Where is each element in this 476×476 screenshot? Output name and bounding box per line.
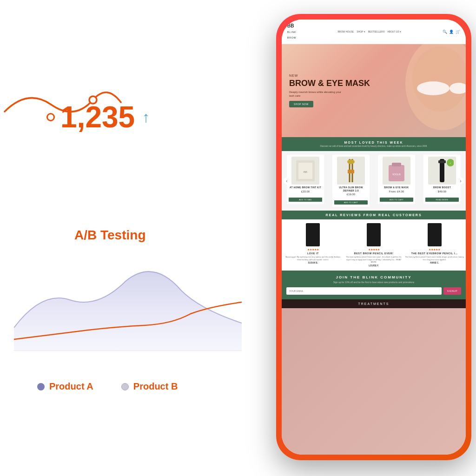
svg-text:✓: ✓ [450,162,451,165]
review-product-img-2 [367,223,381,246]
hero-banner: NEW BROW & EYE MASK Deeply nourish brows… [282,44,466,137]
hero-tagline: NEW [289,74,370,77]
product-image-2 [337,157,365,185]
reviews-header: REAL REVIEWS FROM REAL CUSTOMERS [282,211,466,219]
community-title: JOIN THE BLINK COMMUNITY [286,275,461,279]
most-loved-title: MOST LOVED THIS WEEK [285,141,462,144]
phone-mockup: BB BLINK BROW BROW HOUSE SHOP ▾ BESTSELL… [276,14,471,460]
review-stars-1: ★★★★★ [284,248,343,251]
phone-screen: BB BLINK BROW BROW HOUSE SHOP ▾ BESTSELL… [282,20,466,455]
reviews-content: ★★★★★ LOVE IT Amazing gel. My eyebrows a… [282,219,466,271]
legend-dot-a [37,383,45,390]
review-title-2: BEST BROW PENCIL EVER! [344,252,403,255]
ab-testing-label: A/B Testing [74,228,145,243]
signup-button[interactable]: SIGNUP [443,287,461,295]
product-price-1: £20.00 [289,190,322,193]
product-btn-3[interactable]: ADD TO CART [380,198,413,202]
products-row: ‹ BB AT HOME BROW TINT KIT £20.00 [284,155,464,207]
review-stars-3: ★★★★★ [405,248,464,251]
product-image-4: ✓ [428,157,456,185]
hero-cta-button[interactable]: SHOP NOW [289,101,313,107]
product-card-2: ULTRA SLIM BROW DEFINER 2.0 £19.00 ADD T… [332,155,370,207]
hero-subtitle: Deeply nourish brows while elevating you… [289,90,345,98]
site-logo: BB BLINK BROW [287,23,297,40]
site-nav: BB BLINK BROW BROW HOUSE SHOP ▾ BESTSELL… [282,20,466,44]
site-nav-links: BROW HOUSE SHOP ▾ BESTSELLERS ABOUT US ▾ [337,30,401,33]
cart-icon: 🛒 [456,30,460,34]
product-image-3: VOGUE [383,157,410,185]
product-name-4: BROW BOOST [425,186,459,189]
product-img-svg-3: VOGUE [385,158,408,184]
review-title-3: THE BEST EYEBROW PENCIL I... [405,252,464,255]
metric-value: 1,235 [60,102,135,132]
legend-item-b: Product B [121,381,178,392]
review-text-2: The best eyebrow pencil I have ever used… [344,256,403,264]
review-author-1: SUSAN B. [284,262,343,264]
product-price-3: From: £4.00 [380,190,413,193]
svg-point-4 [417,81,450,95]
review-text-3: The best eyebrow pencil I have used, lov… [405,256,464,261]
legend-label-a: Product A [49,381,93,392]
review-card-2: ★★★★★ BEST BROW PENCIL EVER! The best ey… [344,223,403,267]
review-stars-2: ★★★★★ [344,248,403,251]
reviews-section: REAL REVIEWS FROM REAL CUSTOMERS ★★★★★ L… [282,211,466,271]
product-btn-2[interactable]: ADD TO CART [334,200,368,205]
product-price-4: $49.00 [425,190,459,193]
product-image-1: BB [291,157,319,185]
svg-rect-14 [392,163,401,166]
metric-dot [46,113,55,121]
svg-rect-21 [372,226,376,245]
product-card-1: BB AT HOME BROW TINT KIT £20.00 ADD TO B… [287,155,324,204]
product-img-svg-1: BB [294,158,317,184]
site-nav-icons: 🔍 👤 🛒 [443,30,460,34]
svg-rect-12 [348,170,354,173]
legend-dot-b [121,383,129,390]
community-section: JOIN THE BLINK COMMUNITY Sign up for 10%… [282,271,466,299]
email-input[interactable] [286,287,442,295]
svg-rect-22 [432,226,436,245]
hero-face-illustration [368,44,466,137]
search-icon: 🔍 [443,30,447,34]
review-title-1: LOVE IT [284,252,343,255]
carousel-left-arrow[interactable]: ‹ [284,178,290,184]
hero-text: NEW BROW & EYE MASK Deeply nourish brows… [289,74,370,107]
review-card-3: ★★★★★ THE BEST EYEBROW PENCIL I... The b… [405,223,464,267]
svg-point-3 [412,46,466,112]
community-subtitle: Sign up for 10% off and be the first to … [286,281,461,284]
phone-outer-frame: BB BLINK BROW BROW HOUSE SHOP ▾ BESTSELL… [276,14,471,460]
product-price-2: £19.00 [334,193,368,196]
product-name-3: BROW & EYE MASK [380,186,413,189]
product-btn-4[interactable]: READ MORE [425,198,459,202]
most-loved-subtitle: Discover our edit of brow and lash essen… [285,145,462,147]
svg-text:BB: BB [304,171,307,173]
legend: Product A Product B [37,381,178,392]
product-card-4: ✓ BROW BOOST $49.00 READ MORE [423,155,461,204]
user-icon: 👤 [449,30,454,34]
svg-point-11 [347,159,355,164]
community-form: SIGNUP [286,287,461,295]
website-content: BB BLINK BROW BROW HOUSE SHOP ▾ BESTSELL… [282,20,466,455]
review-product-img-3 [428,223,442,246]
left-panel: 1,235 ↑ A/B Testing Produ [0,0,260,476]
product-btn-1[interactable]: ADD TO BAG [289,198,322,202]
svg-text:VOGUE: VOGUE [392,173,401,176]
svg-rect-17 [438,160,446,163]
product-card-3: VOGUE BROW & EYE MASK From: £4.00 ADD TO… [378,155,415,204]
chart-container [14,253,242,351]
product-name-2: ULTRA SLIM BROW DEFINER 2.0 [334,186,368,192]
review-text-1: Amazing gel. My eyebrows are very sparse… [284,256,343,261]
legend-label-b: Product B [133,381,178,392]
most-loved-section: MOST LOVED THIS WEEK Discover our edit o… [282,137,466,151]
bottom-image-area [282,308,466,455]
treatments-section: TREATMENTS [282,299,466,308]
metric-arrow: ↑ [142,109,150,126]
legend-item-a: Product A [37,381,93,392]
review-product-img-1 [306,223,320,246]
svg-rect-20 [311,226,315,245]
ab-chart [14,253,242,351]
carousel-right-arrow[interactable]: › [457,178,464,184]
product-img-svg-2 [339,158,363,184]
products-section: ‹ BB AT HOME BROW TINT KIT £20.00 [282,151,466,211]
product-name-1: AT HOME BROW TINT KIT [289,186,322,189]
product-img-svg-4: ✓ [430,158,454,184]
